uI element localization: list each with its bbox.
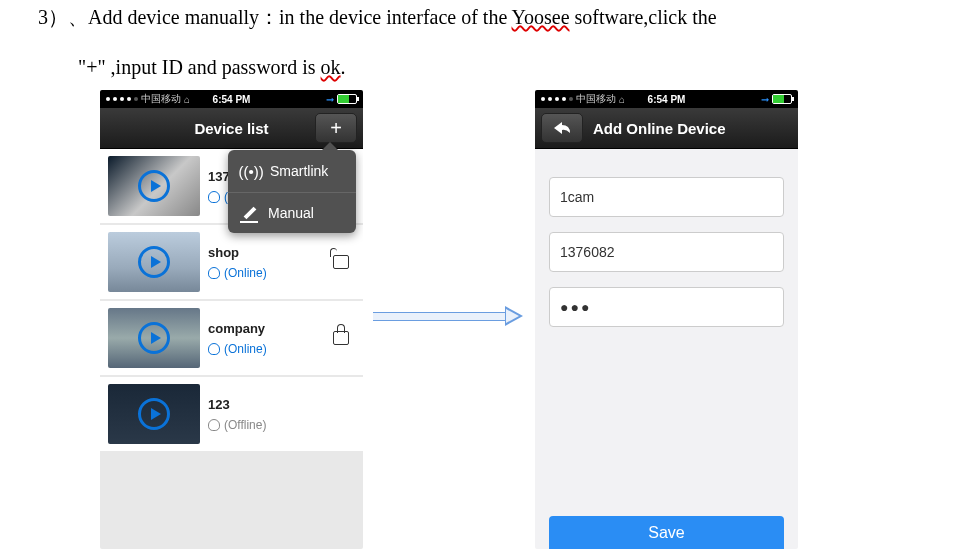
menu-item-manual[interactable]: Manual (228, 192, 356, 233)
device-thumbnail[interactable] (108, 156, 200, 216)
nav-bar: Add Online Device (535, 108, 798, 149)
person-icon (208, 267, 220, 279)
spellcheck-word: ok (321, 56, 341, 78)
screenshot-add-device: 中国移动 ⌂ 6:54 PM ➞ Add Online Device 1cam … (535, 90, 798, 549)
play-icon (138, 322, 170, 354)
back-button[interactable] (541, 113, 583, 143)
status-bar: 中国移动 ⌂ 6:54 PM ➞ (535, 90, 798, 108)
play-icon (138, 170, 170, 202)
clock: 6:54 PM (648, 94, 686, 105)
broadcast-icon: ((•)) (242, 162, 260, 180)
device-status: (Offline) (208, 418, 266, 432)
text: software,click the (570, 6, 717, 28)
device-row[interactable]: company (Online) (100, 301, 363, 375)
flow-arrow (373, 306, 523, 326)
device-name-input[interactable]: 1cam (549, 177, 784, 217)
add-device-button[interactable]: + (315, 113, 357, 143)
pencil-icon (242, 205, 258, 221)
menu-label: Smartlink (270, 163, 328, 179)
play-icon (138, 246, 170, 278)
battery-indicator: ➞ (326, 94, 357, 105)
text: . (341, 56, 346, 78)
clock: 6:54 PM (213, 94, 251, 105)
text: 3）、Add device manually：in the device int… (38, 6, 512, 28)
device-thumbnail[interactable] (108, 232, 200, 292)
battery-icon (772, 94, 792, 104)
person-icon (208, 191, 220, 203)
instruction-line-2: "+" ,input ID and password is ok. (78, 54, 346, 80)
bluetooth-icon: ➞ (326, 94, 334, 105)
menu-item-smartlink[interactable]: ((•)) Smartlink (228, 150, 356, 192)
page-title: Device list (194, 120, 268, 137)
back-arrow-icon (552, 121, 572, 135)
battery-indicator: ➞ (761, 94, 792, 105)
plus-icon: + (330, 117, 342, 140)
button-label: Save (648, 524, 684, 542)
lock-closed-icon[interactable] (333, 331, 349, 345)
screenshot-device-list: 中国移动 ⌂ 6:54 PM ➞ Device list + 137 ( sho… (100, 90, 363, 549)
bluetooth-icon: ➞ (761, 94, 769, 105)
input-value: ●●● (560, 299, 591, 315)
device-name: 123 (208, 397, 266, 412)
device-password-input[interactable]: ●●● (549, 287, 784, 327)
play-icon (138, 398, 170, 430)
battery-icon (337, 94, 357, 104)
spellcheck-word: Yoosee (512, 6, 570, 28)
wifi-icon: ⌂ (184, 94, 190, 105)
person-icon (208, 419, 220, 431)
device-thumbnail[interactable] (108, 384, 200, 444)
person-icon (208, 343, 220, 355)
device-row[interactable]: shop (Online) (100, 225, 363, 299)
input-value: 1cam (560, 189, 594, 205)
status-bar: 中国移动 ⌂ 6:54 PM ➞ (100, 90, 363, 108)
input-value: 1376082 (560, 244, 615, 260)
device-status: (Online) (208, 266, 267, 280)
device-id-input[interactable]: 1376082 (549, 232, 784, 272)
carrier-indicator: 中国移动 ⌂ (106, 92, 190, 106)
text: "+" ,input ID and password is (78, 56, 321, 78)
device-status: ( (208, 190, 230, 204)
device-row[interactable]: 123 (Offline) (100, 377, 363, 451)
instruction-line-1: 3）、Add device manually：in the device int… (38, 4, 717, 30)
wifi-icon: ⌂ (619, 94, 625, 105)
lock-open-icon[interactable] (333, 255, 349, 269)
device-status: (Online) (208, 342, 267, 356)
carrier-text: 中国移动 (141, 92, 181, 106)
save-button[interactable]: Save (549, 516, 784, 549)
carrier-text: 中国移动 (576, 92, 616, 106)
page-title: Add Online Device (593, 120, 726, 137)
device-name: 137 (208, 169, 230, 184)
menu-label: Manual (268, 205, 314, 221)
device-thumbnail[interactable] (108, 308, 200, 368)
device-name: company (208, 321, 267, 336)
carrier-indicator: 中国移动 ⌂ (541, 92, 625, 106)
device-name: shop (208, 245, 267, 260)
add-device-menu: ((•)) Smartlink Manual (228, 150, 356, 233)
